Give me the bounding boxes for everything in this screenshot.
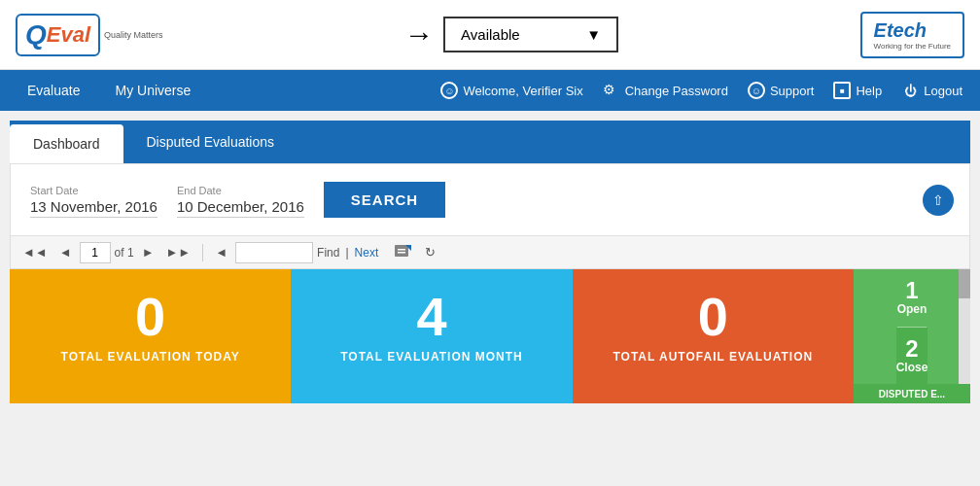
nav-help[interactable]: ■ Help [825,70,890,111]
user-icon: ☺ [440,82,458,99]
stat-autofail-label: TOTAL AUTOFAIL EVALUATION [612,350,813,364]
svg-rect-2 [398,249,405,251]
arrow-icon: → [404,18,434,52]
stat-card-month: 4 TOTAL EVALUATION MONTH [291,269,572,384]
quality-matters-label: Quality Matters [104,30,163,40]
book-icon: ■ [833,82,851,99]
stat-card-autofail: 0 TOTAL AUTOFAIL EVALUATION [573,269,854,384]
end-date-field: End Date 10 December, 2016 [177,185,304,218]
toolbar-find-label: Find [317,246,339,260]
stat-card-today: 0 TOTAL EVALUATION TODAY [10,269,291,384]
start-date-field: Start Date 13 November, 2016 [30,185,158,218]
logo-eval-text: Eval [47,22,90,48]
tabs: Dashboard Disputed Evaluations [10,121,970,163]
nav-welcome: ☺ Welcome, Verifier Six [433,70,590,111]
nav-evaluate[interactable]: Evaluate [10,70,97,111]
toolbar-divider [202,244,203,261]
disputed-close: 2 Close [896,328,928,385]
end-date-value: 10 December, 2016 [177,198,304,218]
stat-month-number: 4 [416,290,446,344]
stat-autofail-number: 0 [698,290,728,344]
stats-row: 0 TOTAL EVALUATION TODAY 4 TOTAL EVALUAT… [10,269,970,384]
toolbar-next-page[interactable]: ► [138,243,158,261]
toolbar-page-input[interactable] [80,242,111,263]
toolbar-find-input[interactable] [235,242,313,263]
logo-q: Q [25,19,47,51]
main-content: Dashboard Disputed Evaluations Start Dat… [10,121,970,403]
toolbar-last-page[interactable]: ►► [162,243,195,261]
etech-name: Etech [874,19,927,41]
nav-left: Evaluate My Universe [10,70,208,111]
stats-footer: DISPUTED E... [10,384,970,403]
toolbar-first-page[interactable]: ◄◄ [18,243,52,261]
search-section: Start Date 13 November, 2016 End Date 10… [10,163,970,236]
stat-today-label: TOTAL EVALUATION TODAY [61,350,240,364]
nav-my-universe[interactable]: My Universe [97,70,208,111]
nav-bar: Evaluate My Universe ☺ Welcome, Verifier… [0,70,980,111]
toolbar-prev-page[interactable]: ◄ [55,243,76,261]
available-dropdown[interactable]: Available ▼ [443,17,618,52]
stat-month-label: TOTAL EVALUATION MONTH [340,350,523,364]
start-date-value: 13 November, 2016 [30,198,158,218]
disputed-footer-label: DISPUTED E... [879,389,945,399]
start-date-label: Start Date [30,185,158,196]
dropdown-arrow: ▼ [586,26,601,43]
svg-rect-3 [398,252,405,254]
scrollbar-track[interactable] [959,269,970,384]
disputed-open-number: 1 [905,279,918,302]
nav-logout[interactable]: ⏻ Logout [893,70,970,111]
disputed-close-number: 2 [905,337,918,361]
stat-card-disputed: 1 Open 2 Close [854,269,970,384]
svg-rect-0 [395,245,408,257]
nav-change-password[interactable]: ⚙ Change Password [595,70,736,111]
disputed-open: 1 Open [897,269,928,328]
tab-dashboard[interactable]: Dashboard [10,124,123,163]
dropdown-value: Available [461,26,520,43]
end-date-label: End Date [177,185,304,196]
etech-logo: Etech Working for the Future [860,12,964,58]
scrollbar-thumb[interactable] [959,269,970,298]
toolbar-back-btn[interactable]: ◄ [211,243,231,261]
support-icon: ☺ [748,82,765,99]
search-button[interactable]: SEARCH [324,182,445,218]
toolbar-find-next[interactable]: Next [355,246,379,260]
top-bar: Q Eval Quality Matters → Available ▼ Ete… [0,0,980,70]
report-toolbar: ◄◄ ◄ of 1 ► ►► ◄ Find | Next ↻ [10,236,970,269]
toolbar-refresh-btn[interactable]: ↻ [421,243,439,261]
etech-tagline: Working for the Future [874,42,951,51]
toolbar-page-of: of 1 [115,246,134,260]
disputed-open-label: Open [897,302,928,316]
logo: Q Eval Quality Matters [16,14,163,56]
nav-right: ☺ Welcome, Verifier Six ⚙ Change Passwor… [433,70,970,111]
nav-support[interactable]: ☺ Support [740,70,822,111]
collapse-button[interactable]: ⇧ [923,185,954,216]
export-icon [394,242,413,260]
stat-today-number: 0 [135,290,165,344]
disputed-close-label: Close [896,361,928,374]
status-dropdown-area: → Available ▼ [404,17,618,52]
power-icon: ⏻ [901,82,919,99]
gear-icon: ⚙ [603,82,620,99]
tab-disputed-evaluations[interactable]: Disputed Evaluations [123,121,298,163]
toolbar-export-btn[interactable] [390,240,417,264]
